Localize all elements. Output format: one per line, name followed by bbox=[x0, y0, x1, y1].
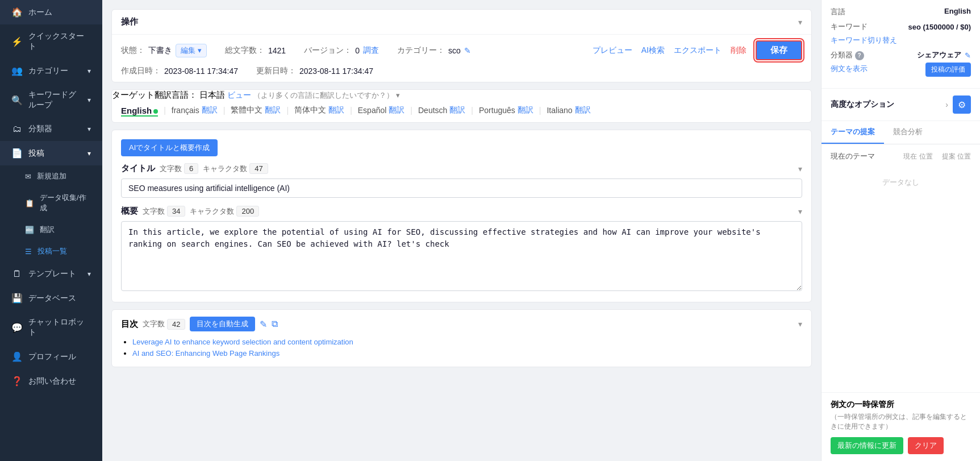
sidebar-item-classifier[interactable]: 🗂 分類器 ▾ bbox=[0, 117, 102, 141]
title-char-stat: キャラクタ数 47 bbox=[203, 163, 268, 174]
category-label: カテゴリー： bbox=[397, 45, 445, 56]
translate-pt-link[interactable]: 翻訳 bbox=[518, 105, 533, 115]
operations-expand-icon[interactable]: ▾ bbox=[798, 18, 802, 27]
content-area: 操作 ▾ 状態： 下書き 編集 ▾ 総文字数： 1421 bbox=[102, 0, 821, 461]
ops-row-2: 作成日時： 2023-08-11 17:34:47 更新日時： 2023-08-… bbox=[121, 66, 802, 76]
view-link[interactable]: ビュー bbox=[227, 90, 251, 99]
post-icon: 📄 bbox=[11, 148, 23, 159]
translate-es-link[interactable]: 翻訳 bbox=[389, 105, 404, 115]
ops-created: 作成日時： 2023-08-11 17:34:47 bbox=[121, 66, 238, 76]
version-label: バージョン： bbox=[304, 45, 352, 56]
sidebar-item-label: 投稿一覧 bbox=[37, 246, 67, 256]
sidebar-item-post-list[interactable]: ☰ 投稿一覧 bbox=[0, 240, 102, 262]
sidebar-item-label: お問い合わせ bbox=[28, 376, 76, 387]
toc-word-count: 42 bbox=[167, 319, 185, 330]
summary-label: 概要 bbox=[121, 206, 138, 217]
translate-de-link[interactable]: 翻訳 bbox=[449, 105, 465, 115]
lang-item-es: Español 翻訳 bbox=[358, 105, 405, 115]
toc-item-2: AI and SEO: Enhancing Web Page Rankings bbox=[132, 348, 802, 358]
operations-card: 操作 ▾ 状態： 下書き 編集 ▾ 総文字数： 1421 bbox=[111, 9, 812, 82]
sidebar: 🏠 ホーム ⚡ クイックスタート 👥 カテゴリー ▾ 🔍 キーワードグループ ▾… bbox=[0, 0, 102, 461]
translate-cn-link[interactable]: 翻訳 bbox=[328, 105, 344, 115]
classifier-help-icon[interactable]: ? bbox=[855, 51, 864, 60]
right-sidebar: 言語 English キーワード seo (1500000 / $0) キーワー… bbox=[821, 0, 980, 461]
sidebar-item-category[interactable]: 👥 カテゴリー ▾ bbox=[0, 59, 102, 83]
translation-header: ターゲット翻訳言語： 日本語 ビュー （より多くの言語に翻訳したいですか？） ▾ bbox=[112, 90, 811, 101]
sidebar-item-new-post[interactable]: ✉ 新規追加 bbox=[0, 165, 102, 187]
translate-tw-link[interactable]: 翻訳 bbox=[265, 105, 281, 115]
created-value: 2023-08-11 17:34:47 bbox=[164, 67, 238, 76]
translate-icon: 🔤 bbox=[25, 226, 34, 234]
ops-word-count: 総文字数： 1421 bbox=[225, 45, 286, 56]
title-expand-icon[interactable]: ▾ bbox=[798, 164, 802, 173]
update-button[interactable]: 最新の情報に更新 bbox=[831, 437, 903, 454]
example-storage-title: 例文の一時保管所 bbox=[831, 400, 971, 410]
more-languages[interactable]: （より多くの言語に翻訳したいですか？） ▾ bbox=[253, 91, 400, 99]
support-icon: ❓ bbox=[11, 376, 23, 387]
preview-link[interactable]: プレビュー bbox=[593, 45, 632, 56]
gear-button[interactable]: ⚙ bbox=[953, 95, 971, 114]
chevron-down-icon: ▾ bbox=[87, 67, 91, 75]
summary-expand-icon[interactable]: ▾ bbox=[798, 207, 802, 216]
sidebar-item-keyword[interactable]: 🔍 キーワードグループ ▾ bbox=[0, 83, 102, 117]
rs-lang-label: 言語 bbox=[831, 7, 845, 17]
toc-auto-button[interactable]: 目次を自動生成 bbox=[190, 317, 255, 331]
rs-keyword-switch-link[interactable]: キーワード切り替え bbox=[831, 35, 897, 45]
rs-classifier-edit-link[interactable]: ✎ bbox=[965, 51, 971, 60]
toc-link-1[interactable]: Leverage AI to enhance keyword selection… bbox=[132, 338, 353, 346]
save-button[interactable]: 保存 bbox=[756, 40, 802, 60]
sidebar-item-quickstart[interactable]: ⚡ クイックスタート bbox=[0, 24, 102, 59]
sidebar-item-profile[interactable]: 👤 プロフィール bbox=[0, 344, 102, 369]
toc-link-2[interactable]: AI and SEO: Enhancing Web Page Rankings bbox=[132, 349, 280, 358]
current-language[interactable]: English bbox=[121, 106, 158, 115]
edit-dropdown[interactable]: 編集 ▾ bbox=[176, 44, 207, 57]
sidebar-item-label: データ収集/作成 bbox=[40, 193, 91, 213]
rs-lang-row: 言語 English bbox=[831, 7, 971, 17]
sidebar-item-translate[interactable]: 🔤 翻訳 bbox=[0, 219, 102, 240]
theme-tabs: テーマの提案 競合分析 bbox=[821, 121, 980, 144]
translate-it-link[interactable]: 翻訳 bbox=[575, 105, 591, 115]
sidebar-item-chatbot[interactable]: 💬 チャットロボット bbox=[0, 310, 102, 344]
lang-item-fr: français 翻訳 bbox=[172, 105, 218, 115]
ai-search-link[interactable]: AI検索 bbox=[641, 45, 665, 56]
title-input[interactable] bbox=[121, 178, 802, 198]
sidebar-item-label: 分類器 bbox=[28, 124, 52, 134]
chatbot-icon: 💬 bbox=[11, 322, 23, 333]
profile-icon: 👤 bbox=[11, 351, 23, 362]
translate-fr-link[interactable]: 翻訳 bbox=[202, 105, 218, 115]
tab-competition[interactable]: 競合分析 bbox=[884, 121, 932, 144]
sidebar-item-data-collect[interactable]: 📋 データ収集/作成 bbox=[0, 187, 102, 219]
toc-expand-icon[interactable]: ▾ bbox=[798, 319, 802, 329]
chevron-down-icon: ▾ bbox=[87, 149, 91, 157]
sidebar-item-template[interactable]: 🗒 テンプレート ▾ bbox=[0, 262, 102, 286]
rs-keyword-label: キーワード bbox=[831, 22, 868, 32]
summary-textarea[interactable]: In this article, we explore the potentia… bbox=[121, 221, 802, 291]
created-label: 作成日時： bbox=[121, 66, 161, 76]
summary-field-header: 概要 文字数 34 キャラクタ数 200 ▾ bbox=[121, 206, 802, 217]
theme-section: 現在のテーマ 現在 位置 提案 位置 データなし bbox=[821, 144, 980, 206]
delete-link[interactable]: 削除 bbox=[731, 45, 747, 56]
lang-item-pt: Português 翻訳 bbox=[479, 105, 533, 115]
ai-generate-button[interactable]: AIでタイトルと概要作成 bbox=[121, 139, 218, 156]
export-link[interactable]: エクスポート bbox=[674, 45, 722, 56]
sidebar-item-home[interactable]: 🏠 ホーム bbox=[0, 0, 102, 24]
sidebar-item-label: 新規追加 bbox=[37, 171, 66, 181]
tab-theme[interactable]: テーマの提案 bbox=[821, 121, 884, 144]
sidebar-item-database[interactable]: 💾 データベース bbox=[0, 286, 102, 310]
rs-keyword-row: キーワード seo (1500000 / $0) キーワード切り替え bbox=[831, 22, 971, 45]
sidebar-item-post[interactable]: 📄 投稿 ▾ bbox=[0, 141, 102, 165]
category-edit-link[interactable]: ✎ bbox=[464, 46, 471, 55]
toc-edit-icon[interactable]: ✎ bbox=[260, 319, 267, 330]
sidebar-item-support[interactable]: ❓ お問い合わせ bbox=[0, 369, 102, 393]
toc-header: 目次 文字数 42 目次を自動生成 ✎ ⧉ ▾ bbox=[121, 317, 802, 331]
advanced-expand-icon[interactable]: › bbox=[945, 100, 948, 109]
rating-button[interactable]: 投稿の評価 bbox=[925, 63, 971, 77]
keyword-icon: 🔍 bbox=[11, 95, 23, 106]
ops-category: カテゴリー： sco ✎ bbox=[397, 45, 471, 56]
version-link[interactable]: 調査 bbox=[363, 45, 379, 56]
rs-example-label[interactable]: 例文を表示 bbox=[831, 64, 868, 77]
clear-button[interactable]: クリア bbox=[908, 437, 944, 454]
quickstart-icon: ⚡ bbox=[11, 36, 23, 47]
toc-copy-icon[interactable]: ⧉ bbox=[272, 319, 278, 329]
theme-columns: 現在 位置 提案 位置 bbox=[903, 152, 971, 161]
